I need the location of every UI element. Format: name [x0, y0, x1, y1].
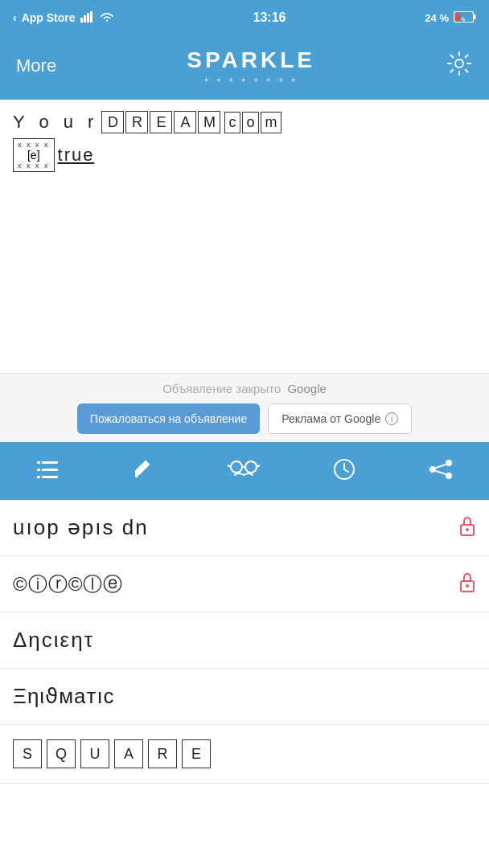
svg-rect-13 — [37, 476, 40, 478]
sq-s: S — [13, 739, 42, 768]
svg-point-14 — [231, 461, 242, 473]
list-item[interactable]: S Q U A R E — [0, 725, 489, 784]
list-item[interactable]: Δηcιεητ — [0, 612, 489, 669]
box-e: E — [150, 111, 172, 133]
clock-icon — [332, 457, 356, 481]
svg-rect-5 — [455, 13, 460, 21]
cross-marks-bottom: x x x x — [18, 162, 50, 170]
sq-e: E — [182, 739, 211, 768]
svg-rect-1 — [84, 15, 86, 23]
dream-plain-text: Y o u r — [13, 112, 98, 133]
battery-label: 24 % — [425, 12, 449, 24]
wifi-icon — [100, 11, 114, 25]
bottom-toolbar — [0, 442, 489, 500]
ad-info-button[interactable]: Реклама от Google i — [268, 403, 412, 434]
status-left: ‹ App Store — [13, 11, 114, 25]
box-d: D — [101, 111, 124, 133]
svg-rect-0 — [80, 18, 83, 23]
sq-r: R — [148, 739, 177, 768]
app-title: SPARKLE — [187, 47, 315, 73]
signal-icon — [80, 11, 95, 25]
ad-buttons: Пожаловаться на объявление Реклама от Go… — [13, 403, 476, 434]
list-tab[interactable] — [35, 458, 61, 481]
true-text: true — [58, 145, 95, 166]
svg-rect-3 — [90, 11, 92, 23]
bracket-m: m — [261, 112, 281, 133]
box-m: M — [198, 111, 220, 133]
edit-icon — [133, 458, 155, 481]
sq-u: U — [80, 739, 109, 768]
more-button[interactable]: More — [16, 55, 56, 76]
share-icon — [428, 458, 454, 481]
ad-report-button[interactable]: Пожаловаться на объявление — [77, 403, 260, 434]
glasses-icon — [227, 457, 261, 481]
app-title-group: SPARKLE + + + + + + + + — [187, 47, 315, 84]
status-bar: ‹ App Store 13:16 24 % — [0, 0, 489, 35]
list-icon — [35, 458, 61, 481]
svg-point-21 — [466, 528, 469, 531]
gear-icon[interactable] — [446, 50, 473, 83]
list-item[interactable]: Ξηιϑмaтıc — [0, 669, 489, 725]
svg-rect-2 — [87, 13, 89, 23]
font-enigmatic-label: Ξηιϑмaтıc — [13, 684, 476, 709]
ad-closed-text: Объявление закрыто Google — [13, 382, 476, 395]
lock-icon — [458, 515, 476, 541]
svg-point-18 — [446, 473, 452, 479]
font-list: uıop ǝpıs dn ©ⓘⓡ©ⓛⓔ Δηcιεητ Ξηιϑмaтıc — [0, 500, 489, 784]
cross-box-e: x x x x [e] x x x x — [13, 138, 55, 172]
bracket-e-char: [e] — [27, 149, 40, 162]
svg-rect-8 — [42, 461, 58, 464]
svg-point-17 — [446, 460, 452, 466]
svg-point-23 — [466, 584, 469, 588]
ad-info-label: Реклама от Google — [281, 412, 380, 425]
svg-rect-6 — [474, 14, 476, 19]
carrier-label: App Store — [22, 11, 76, 24]
dream-boxed-group: D R E A M — [101, 111, 220, 133]
share-tab[interactable] — [428, 458, 454, 481]
preview-tab[interactable] — [227, 457, 261, 481]
sq-a: A — [114, 739, 143, 768]
ad-area: Объявление закрыто Google Пожаловаться н… — [0, 373, 489, 442]
list-item[interactable]: ©ⓘⓡ©ⓛⓔ — [0, 556, 489, 612]
app-title-dots: + + + + + + + + — [203, 75, 298, 84]
font-preview-area: Y o u r D R E A M c o m x x x x [e] x x … — [0, 100, 489, 373]
status-time: 13:16 — [253, 10, 286, 25]
box-a: A — [174, 111, 196, 133]
svg-rect-9 — [42, 469, 58, 471]
svg-point-15 — [245, 461, 257, 473]
header: More SPARKLE + + + + + + + + — [0, 35, 489, 100]
info-icon: i — [385, 412, 398, 425]
cross-marks-top: x x x x — [18, 141, 50, 149]
font-upsidedown-label: uıop ǝpıs dn — [13, 515, 458, 540]
svg-rect-11 — [37, 461, 40, 464]
sq-q: Q — [47, 739, 76, 768]
dream-line-2: x x x x [e] x x x x true — [13, 138, 476, 172]
svg-rect-10 — [42, 476, 58, 478]
font-ancient-label: Δηcιεητ — [13, 628, 476, 653]
svg-point-19 — [429, 466, 436, 473]
svg-rect-12 — [37, 469, 40, 471]
dream-bracket-group: c o m — [224, 112, 282, 133]
lock-icon — [458, 571, 476, 597]
google-brand-label: Google — [287, 382, 326, 395]
ad-closed-label: Объявление закрыто — [162, 382, 281, 395]
back-icon: ‹ — [13, 11, 17, 24]
edit-tab[interactable] — [133, 458, 155, 481]
svg-point-7 — [455, 59, 463, 68]
bracket-c: c — [224, 112, 240, 133]
bracket-o: o — [242, 112, 259, 133]
history-tab[interactable] — [332, 457, 356, 481]
list-item[interactable]: uıop ǝpıs dn — [0, 500, 489, 556]
font-square-group: S Q U A R E — [13, 739, 211, 768]
box-r: R — [125, 111, 148, 133]
battery-icon — [454, 11, 476, 25]
status-right: 24 % — [425, 11, 476, 25]
dream-line-1: Y o u r D R E A M c o m — [13, 111, 476, 133]
font-circle-label: ©ⓘⓡ©ⓛⓔ — [13, 571, 458, 597]
